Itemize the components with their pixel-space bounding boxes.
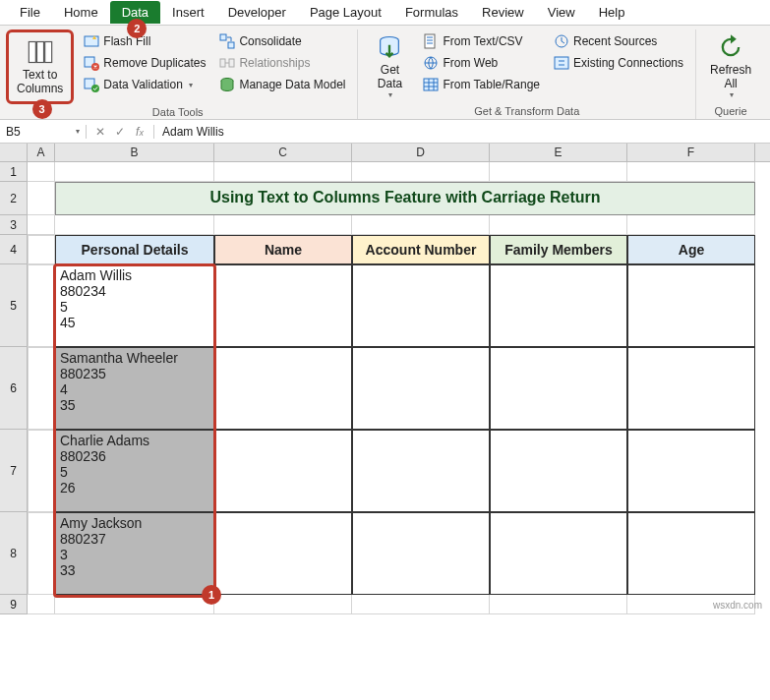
header-personal-details[interactable]: Personal Details: [55, 235, 214, 264]
tab-insert[interactable]: Insert: [160, 1, 216, 24]
row-header-8[interactable]: 8: [0, 512, 28, 595]
col-header-D[interactable]: D: [352, 144, 490, 161]
col-header-B[interactable]: B: [55, 144, 214, 161]
cell[interactable]: [352, 264, 490, 347]
manage-data-model-button[interactable]: Manage Data Model: [215, 75, 349, 94]
header-name[interactable]: Name: [214, 235, 352, 264]
text-to-columns-button[interactable]: Text to Columns: [11, 34, 69, 99]
cell[interactable]: [490, 215, 627, 235]
recent-sources-button[interactable]: Recent Sources: [550, 31, 687, 51]
name-box[interactable]: B5▾: [0, 125, 87, 139]
cell[interactable]: [490, 430, 627, 512]
consolidate-icon: [219, 33, 235, 49]
row-header-6[interactable]: 6: [0, 347, 28, 430]
cell-b7[interactable]: Charlie Adams 880236 5 26: [55, 430, 214, 512]
row-header-4[interactable]: 4: [0, 235, 28, 264]
cell[interactable]: [490, 162, 627, 182]
col-header-C[interactable]: C: [214, 144, 352, 161]
cell[interactable]: [214, 347, 352, 430]
row-header-1[interactable]: 1: [0, 162, 28, 182]
header-family-members[interactable]: Family Members: [490, 235, 627, 264]
cancel-formula-button[interactable]: ✕: [92, 125, 108, 139]
data-validation-button[interactable]: Data Validation▾: [80, 75, 209, 94]
callout-3: 3: [32, 99, 52, 119]
row-header-9[interactable]: 9: [0, 595, 28, 614]
select-all-corner[interactable]: [0, 144, 28, 161]
relationships-icon: [219, 55, 235, 71]
consolidate-button[interactable]: Consolidate: [215, 31, 349, 51]
cell[interactable]: [490, 264, 627, 347]
col-header-F[interactable]: F: [627, 144, 755, 161]
relationships-button[interactable]: Relationships: [215, 53, 349, 73]
from-table-range-button[interactable]: From Table/Range: [419, 75, 544, 94]
cell[interactable]: [55, 215, 214, 235]
tab-formulas[interactable]: Formulas: [393, 1, 470, 24]
tab-file[interactable]: File: [8, 1, 52, 24]
enter-formula-button[interactable]: ✓: [112, 125, 128, 139]
tab-pagelayout[interactable]: Page Layout: [298, 1, 393, 24]
cell[interactable]: [28, 264, 55, 347]
tab-developer[interactable]: Developer: [216, 1, 298, 24]
data-validation-icon: [84, 77, 99, 92]
cell[interactable]: [28, 235, 55, 264]
tab-review[interactable]: Review: [470, 1, 536, 24]
cell[interactable]: [28, 162, 55, 182]
get-data-button[interactable]: Get Data▾: [366, 29, 413, 103]
cell[interactable]: [28, 182, 55, 215]
cell[interactable]: [352, 215, 490, 235]
svg-rect-14: [425, 34, 435, 48]
cell[interactable]: [352, 430, 490, 512]
cell[interactable]: [214, 430, 352, 512]
existing-connections-icon: [554, 55, 569, 71]
title-cell[interactable]: Using Text to Columns Feature with Carri…: [55, 182, 755, 215]
row-header-3[interactable]: 3: [0, 215, 28, 235]
cell[interactable]: [28, 595, 55, 614]
cell[interactable]: [352, 595, 490, 614]
cell[interactable]: [55, 595, 214, 614]
cell[interactable]: [352, 347, 490, 430]
cell[interactable]: [627, 430, 755, 512]
cell[interactable]: [214, 162, 352, 182]
row-header-7[interactable]: 7: [0, 430, 28, 512]
header-age[interactable]: Age: [627, 235, 755, 264]
cell[interactable]: [627, 162, 755, 182]
cell[interactable]: [627, 347, 755, 430]
cell[interactable]: [352, 162, 490, 182]
cell[interactable]: [214, 595, 352, 614]
cell-b5[interactable]: Adam Willis 880234 5 45: [55, 264, 214, 347]
refresh-all-button[interactable]: Refresh All▾: [704, 29, 757, 103]
tab-view[interactable]: View: [536, 1, 587, 24]
cell[interactable]: [627, 264, 755, 347]
tab-help[interactable]: Help: [587, 1, 637, 24]
existing-connections-button[interactable]: Existing Connections: [550, 53, 687, 73]
from-web-button[interactable]: From Web: [419, 53, 544, 73]
cell[interactable]: [214, 512, 352, 595]
tab-data[interactable]: Data 2: [110, 1, 160, 24]
formula-value[interactable]: Adam Willis: [154, 125, 770, 139]
remove-duplicates-button[interactable]: Remove Duplicates: [80, 53, 209, 73]
row-header-2[interactable]: 2: [0, 182, 28, 215]
cell[interactable]: [490, 347, 627, 430]
col-header-E[interactable]: E: [490, 144, 627, 161]
cell[interactable]: [214, 264, 352, 347]
cell[interactable]: [28, 215, 55, 235]
cell-b8[interactable]: Amy Jackson 880237 3 33: [55, 512, 214, 595]
from-text-csv-button[interactable]: From Text/CSV: [419, 31, 544, 51]
cell[interactable]: [55, 162, 214, 182]
tab-home[interactable]: Home: [52, 1, 110, 24]
cell-b6[interactable]: Samantha Wheeler 880235 4 35: [55, 347, 214, 430]
cell[interactable]: [352, 512, 490, 595]
cell[interactable]: [627, 215, 755, 235]
cell[interactable]: [28, 430, 55, 512]
header-account-number[interactable]: Account Number: [352, 235, 490, 264]
cell[interactable]: [490, 595, 627, 614]
cell[interactable]: [28, 512, 55, 595]
col-header-A[interactable]: A: [28, 144, 55, 161]
cell[interactable]: [214, 215, 352, 235]
refresh-all-icon: [717, 33, 744, 61]
cell[interactable]: [28, 347, 55, 430]
row-header-5[interactable]: 5: [0, 264, 28, 347]
cell[interactable]: [627, 512, 755, 595]
cell[interactable]: [490, 512, 627, 595]
fx-button[interactable]: fx: [132, 125, 148, 139]
